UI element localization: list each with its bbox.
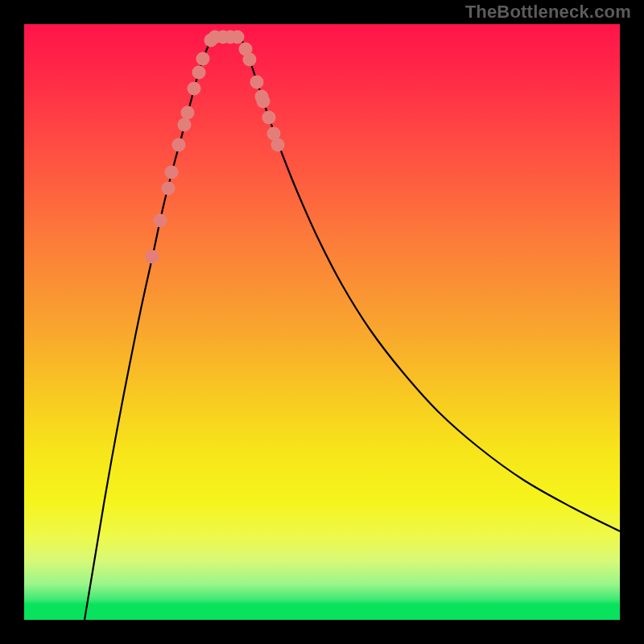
sample-point xyxy=(243,53,257,67)
sample-point xyxy=(178,118,192,132)
sample-point xyxy=(257,95,270,109)
sample-points-group xyxy=(146,31,285,264)
plot-area xyxy=(24,24,620,620)
sample-point xyxy=(250,76,264,89)
sample-point xyxy=(231,31,245,44)
sample-point xyxy=(192,66,206,80)
sample-point xyxy=(262,111,276,125)
attribution-label: TheBottleneck.com xyxy=(465,2,631,23)
sample-point xyxy=(181,106,195,120)
curve-left xyxy=(85,37,213,620)
sample-point xyxy=(172,138,186,152)
sample-point xyxy=(165,166,179,180)
chart-svg xyxy=(24,24,620,620)
sample-point xyxy=(154,214,167,228)
chart-frame: TheBottleneck.com xyxy=(0,0,644,644)
sample-point xyxy=(188,82,201,96)
sample-point xyxy=(196,52,210,66)
sample-point xyxy=(146,250,159,264)
sample-point xyxy=(271,138,285,152)
curve-right xyxy=(240,37,620,531)
sample-point xyxy=(162,182,175,196)
